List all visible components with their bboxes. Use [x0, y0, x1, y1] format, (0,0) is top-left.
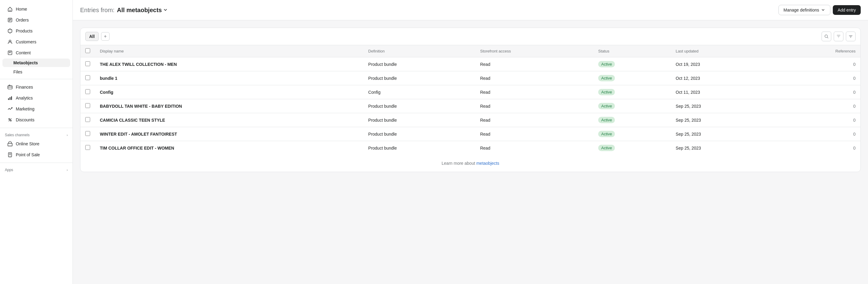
store-icon [7, 141, 13, 147]
content-icon [7, 50, 13, 56]
row-updated-6: Sep 25, 2023 [671, 141, 773, 155]
row-status-0: Active [593, 57, 671, 71]
table-row[interactable]: bundle 1 Product bundle Read Active Oct … [81, 71, 860, 85]
table-row[interactable]: Config Config Read Active Oct 11, 2023 0 [81, 85, 860, 99]
sidebar-item-discounts[interactable]: Discounts [2, 115, 70, 125]
sidebar-item-home-label: Home [16, 7, 27, 11]
footer-text: Learn more about [442, 161, 476, 166]
entries-prefix: Entries from: [80, 7, 115, 14]
sidebar-item-online-store[interactable]: Online Store [2, 139, 70, 149]
sidebar-item-finances[interactable]: Finances [2, 82, 70, 92]
row-status-6: Active [593, 141, 671, 155]
row-checkbox-3[interactable] [85, 103, 90, 108]
search-button[interactable] [822, 32, 831, 41]
chevron-down-icon [163, 8, 168, 12]
row-status-2: Active [593, 85, 671, 99]
page-header: Entries from: All metaobjects Manage def… [73, 0, 868, 20]
row-checkbox-cell-1 [81, 71, 95, 85]
table-row[interactable]: THE ALEX TWILL COLLECTION - MEN Product … [81, 57, 860, 71]
tab-all[interactable]: All [85, 32, 99, 41]
row-checkbox-cell-6 [81, 141, 95, 155]
table-container: All + [80, 28, 861, 172]
row-checkbox-cell-4 [81, 113, 95, 127]
col-display-name: Display name [95, 45, 363, 57]
row-name-3: BABYDOLL TAN WHITE - BABY EDITION [95, 99, 363, 113]
row-definition-5: Product bundle [363, 127, 475, 141]
metaobjects-dropdown-button[interactable]: All metaobjects [117, 7, 168, 14]
svg-rect-20 [8, 143, 12, 146]
sidebar-item-orders[interactable]: Orders [2, 15, 70, 25]
row-updated-3: Sep 25, 2023 [671, 99, 773, 113]
col-status: Status [593, 45, 671, 57]
row-checkbox-1[interactable] [85, 75, 90, 80]
analytics-icon [7, 95, 13, 101]
divider-2 [0, 128, 72, 128]
page-title: Entries from: All metaobjects [80, 7, 168, 14]
sidebar-item-customers[interactable]: Customers [2, 37, 70, 47]
row-definition-4: Product bundle [363, 113, 475, 127]
table-toolbar-right [822, 32, 856, 41]
svg-point-25 [825, 35, 828, 38]
svg-point-24 [10, 156, 10, 156]
svg-point-16 [11, 107, 13, 108]
sidebar-item-marketing[interactable]: Marketing [2, 104, 70, 114]
status-badge-0: Active [598, 61, 615, 67]
sidebar-item-products[interactable]: Products [2, 26, 70, 36]
row-checkbox-0[interactable] [85, 61, 90, 66]
sidebar-item-finances-label: Finances [16, 85, 33, 90]
table-row[interactable]: TIM COLLAR OFFICE EDIT - WOMEN Product b… [81, 141, 860, 155]
row-refs-6: 0 [773, 141, 860, 155]
row-checkbox-6[interactable] [85, 145, 90, 150]
row-name-6: TIM COLLAR OFFICE EDIT - WOMEN [95, 141, 363, 155]
row-updated-2: Oct 11, 2023 [671, 85, 773, 99]
col-storefront: Storefront access [475, 45, 593, 57]
sidebar-item-home[interactable]: Home [2, 4, 70, 14]
filter-button[interactable] [834, 32, 843, 41]
row-checkbox-5[interactable] [85, 131, 90, 136]
sidebar-item-metaobjects-label: Metaobjects [13, 60, 38, 65]
row-checkbox-4[interactable] [85, 117, 90, 122]
svg-rect-13 [8, 98, 9, 100]
row-status-5: Active [593, 127, 671, 141]
sidebar: Home Orders Products Customers Content M… [0, 0, 73, 284]
orders-icon [7, 17, 13, 23]
search-icon [824, 34, 829, 39]
add-filter-button[interactable]: + [101, 32, 110, 41]
table-row[interactable]: CAMICIA CLASSIC TEEN STYLE Product bundl… [81, 113, 860, 127]
row-updated-5: Sep 25, 2023 [671, 127, 773, 141]
sidebar-item-products-label: Products [16, 29, 32, 33]
row-checkbox-2[interactable] [85, 89, 90, 94]
table-row[interactable]: BABYDOLL TAN WHITE - BABY EDITION Produc… [81, 99, 860, 113]
sidebar-item-analytics[interactable]: Analytics [2, 93, 70, 103]
row-updated-4: Sep 25, 2023 [671, 113, 773, 127]
sidebar-item-files[interactable]: Files [2, 68, 70, 76]
row-storefront-0: Read [475, 57, 593, 71]
footer-note: Learn more about metaobjects [81, 155, 860, 172]
table-row[interactable]: WINTER EDIT - AMOLET FANTOIREST Product … [81, 127, 860, 141]
table-toolbar-left: All + [85, 32, 110, 41]
manage-definitions-button[interactable]: Manage definitions [778, 5, 831, 15]
sidebar-item-point-of-sale[interactable]: Point of Sale [2, 150, 70, 160]
sidebar-item-online-store-label: Online Store [16, 141, 39, 146]
row-status-3: Active [593, 99, 671, 113]
discounts-icon [7, 117, 13, 123]
row-definition-1: Product bundle [363, 71, 475, 85]
metaobjects-link[interactable]: metaobjects [476, 161, 499, 166]
pos-icon [7, 152, 13, 157]
sidebar-item-files-label: Files [13, 69, 23, 74]
row-storefront-2: Read [475, 85, 593, 99]
add-entry-button[interactable]: Add entry [833, 5, 861, 15]
row-refs-0: 0 [773, 57, 860, 71]
filter-icon [836, 34, 841, 39]
sort-button[interactable] [846, 32, 856, 41]
sidebar-item-content[interactable]: Content [2, 48, 70, 58]
row-name-5: WINTER EDIT - AMOLET FANTOIREST [95, 127, 363, 141]
select-all-checkbox[interactable] [85, 48, 90, 53]
main: Entries from: All metaobjects Manage def… [73, 0, 868, 284]
row-refs-5: 0 [773, 127, 860, 141]
sidebar-item-metaobjects[interactable]: Metaobjects [2, 59, 70, 67]
table-toolbar: All + [81, 28, 860, 45]
home-icon [7, 6, 13, 12]
status-badge-5: Active [598, 131, 615, 137]
row-checkbox-cell-3 [81, 99, 95, 113]
